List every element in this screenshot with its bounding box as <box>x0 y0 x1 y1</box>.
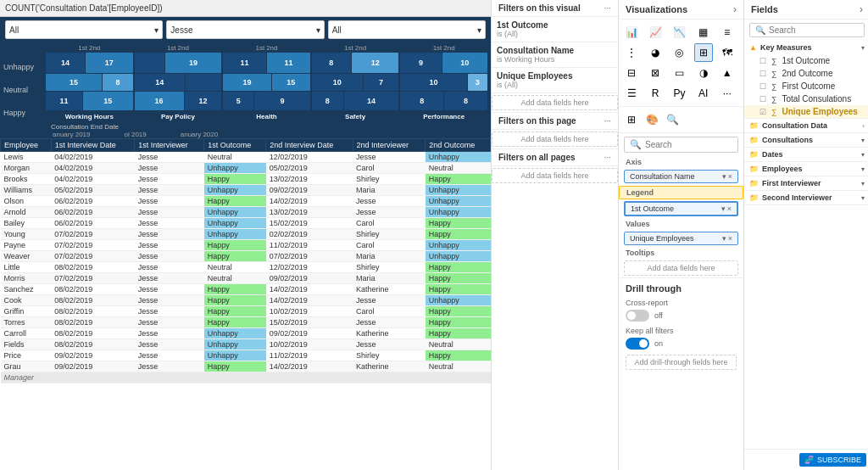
filter-jesse[interactable]: Jesse ▾ <box>166 20 324 39</box>
filters-panel: Filters on this visual ··· 1st Outcome i… <box>492 0 619 470</box>
drill-title: Drill through <box>626 283 737 294</box>
format-icon-analytics[interactable]: 🔍 <box>663 110 682 129</box>
measure-icon-5: ∑ <box>771 108 776 116</box>
dates-label: Dates <box>762 150 783 159</box>
viz-panel-expand[interactable]: › <box>733 3 737 15</box>
field-name-total: Total Consulations <box>782 94 851 104</box>
fields-search-box[interactable]: 🔍 <box>749 23 865 37</box>
viz-icon-gauge[interactable]: ◑ <box>694 64 713 82</box>
field-group-employees-header[interactable]: 📁 Employees ▾ <box>744 162 868 176</box>
filters-all-more-icon[interactable]: ··· <box>604 153 611 162</box>
axis-chevron-icon[interactable]: ▾ <box>722 172 726 181</box>
keep-all-toggle[interactable] <box>626 338 649 350</box>
viz-icon-slicer[interactable]: ☰ <box>622 84 641 103</box>
add-data-fields-visual[interactable]: Add data fields here <box>492 95 618 110</box>
table-row: Sanchez08/02/2019JesseHappy14/02/2019Kat… <box>1 284 491 295</box>
viz-search-input[interactable] <box>645 140 732 149</box>
cross-report-toggle[interactable] <box>626 310 649 322</box>
date-section-label: Consultation End Date <box>51 123 487 131</box>
fields-panel-header: Fields <box>751 4 778 14</box>
table-row: Olson06/02/2019JesseHappy14/02/2019Jesse… <box>1 196 491 207</box>
field-item-1st-outcome[interactable]: ☐ ∑ 1st Outcome <box>744 54 868 67</box>
viz-icon-kpi[interactable]: ▲ <box>718 64 737 82</box>
legend-chevron-icon[interactable]: ▾ <box>721 204 726 213</box>
filter-unique-employees: Unique Employees is (All) <box>492 68 618 93</box>
viz-icon-treemap[interactable]: ⊞ <box>694 43 713 62</box>
field-group-consultations: 📁 Consultations ▾ <box>744 133 868 148</box>
viz-icon-bar[interactable]: 📊 <box>622 23 641 42</box>
table-row: Little08/02/2019JesseNeutral12/02/2019Sh… <box>1 262 491 273</box>
values-close-icon[interactable]: × <box>728 234 732 243</box>
viz-icon-more[interactable]: ··· <box>718 84 737 103</box>
add-data-fields-all[interactable]: Add data fields here <box>492 168 618 183</box>
legend-close-icon[interactable]: × <box>727 204 732 213</box>
format-icon-paint[interactable]: 🎨 <box>643 110 661 129</box>
viz-icon-card[interactable]: ▭ <box>670 64 688 82</box>
viz-icon-python[interactable]: Py <box>670 84 688 103</box>
viz-icon-scatter[interactable]: ⋮ <box>622 43 641 62</box>
key-measures-chevron: ▾ <box>861 44 865 52</box>
viz-icon-area[interactable]: 📉 <box>670 23 688 42</box>
viz-icon-hbar[interactable]: ≡ <box>718 23 737 42</box>
fields-search-icon: 🔍 <box>755 25 765 35</box>
dates-chevron: ▾ <box>861 151 865 159</box>
filter-all-1[interactable]: All ▾ <box>5 20 163 39</box>
measure-icon-2: ∑ <box>771 70 776 78</box>
viz-icon-donut[interactable]: ◎ <box>670 43 688 62</box>
table-row: Weaver07/02/2019JesseHappy07/02/2019Mari… <box>1 251 491 262</box>
format-icon-fields[interactable]: ⊞ <box>622 110 641 129</box>
filter-consultation-name: Consultation Name is Working Hours <box>492 42 618 68</box>
second-int-chevron: ▾ <box>861 194 865 202</box>
field-group-key-measures-header[interactable]: ▲ Key Measures ▾ <box>744 41 868 54</box>
viz-icon-ai[interactable]: AI <box>694 84 713 103</box>
field-item-total-consulations[interactable]: ☐ ∑ Total Consulations <box>744 92 868 105</box>
values-chevron-icon[interactable]: ▾ <box>722 234 726 243</box>
tooltips-add-field[interactable]: Add data fields here <box>624 260 738 276</box>
cross-report-toggle-row: off <box>626 310 737 322</box>
data-table-area: Employee 1st Interview Date 1st Intervie… <box>0 138 491 470</box>
add-data-fields-page[interactable]: Add data fields here <box>492 131 618 147</box>
measure-icon-1: ∑ <box>771 57 776 65</box>
field-name-unique-employees: Unique Employees <box>782 107 857 116</box>
filter-1st-outcome: 1st Outcome is (All) <box>492 17 618 42</box>
drill-add-fields[interactable]: Add drill-through fields here <box>626 355 737 370</box>
field-group-first-interviewer-header[interactable]: 📁 First Interviewer ▾ <box>744 176 868 190</box>
field-item-first-outcome[interactable]: ☐ ∑ First Outcome <box>744 80 868 92</box>
fields-panel-expand[interactable]: › <box>860 3 863 15</box>
filters-more-icon[interactable]: ··· <box>604 3 611 13</box>
field-group-key-measures: ▲ Key Measures ▾ ☐ ∑ 1st Outcome ☐ ∑ 2nd… <box>744 41 868 119</box>
viz-icon-matrix[interactable]: ⊠ <box>646 64 665 82</box>
table-row: Morris07/02/2019JesseNeutral09/02/2019Ma… <box>1 273 491 284</box>
filters-page-more-icon[interactable]: ··· <box>604 116 611 126</box>
field-group-consultation-data-header[interactable]: 📁 Consultation Data › <box>744 119 868 132</box>
fields-search-input[interactable] <box>769 25 859 35</box>
table-row: Griffin08/02/2019JesseHappy10/02/2019Car… <box>1 306 491 317</box>
field-group-second-interviewer-header[interactable]: 📁 Second Interviewer ▾ <box>744 191 868 204</box>
filter-all-2[interactable]: All ▾ <box>328 20 486 39</box>
keep-all-option: Keep all filters on <box>626 327 737 350</box>
folder-icon-consultations: 📁 <box>749 136 759 144</box>
viz-icon-table[interactable]: ⊟ <box>622 64 641 82</box>
field-name-2nd-outcome: 2nd Outcome <box>782 69 832 78</box>
treemap-row-1: 14 17 19 11 11 8 12 <box>46 53 487 73</box>
field-group-dates: 📁 Dates ▾ <box>744 148 868 162</box>
viz-icon-line[interactable]: 📈 <box>646 23 665 42</box>
subscribe-button[interactable]: 🧬 SUBSCRIBE <box>799 453 866 467</box>
axis-field-name: Consultation Name <box>630 172 695 181</box>
chevron-down-icon: ▾ <box>477 25 481 35</box>
field-group-consultations-header[interactable]: 📁 Consultations ▾ <box>744 133 868 147</box>
table-row: Torres08/02/2019JesseHappy15/02/2019Jess… <box>1 317 491 328</box>
field-group-dates-header[interactable]: 📁 Dates ▾ <box>744 148 868 161</box>
field-icon-2: ☐ <box>760 70 766 78</box>
viz-search-box[interactable]: 🔍 <box>624 137 738 153</box>
viz-icon-map[interactable]: 🗺 <box>718 43 737 62</box>
folder-icon-consult: 📁 <box>749 121 759 130</box>
axis-close-icon[interactable]: × <box>728 172 732 181</box>
viz-icon-pie[interactable]: ◕ <box>646 43 665 62</box>
viz-icon-shape[interactable]: R <box>646 84 665 103</box>
field-item-2nd-outcome[interactable]: ☐ ∑ 2nd Outcome <box>744 67 868 80</box>
viz-icon-stack[interactable]: ▦ <box>694 23 713 42</box>
field-item-unique-employees[interactable]: ☑ ∑ Unique Employees <box>744 105 868 118</box>
data-table: Employee 1st Interview Date 1st Intervie… <box>0 138 491 383</box>
folder-icon-employees: 📁 <box>749 165 759 173</box>
